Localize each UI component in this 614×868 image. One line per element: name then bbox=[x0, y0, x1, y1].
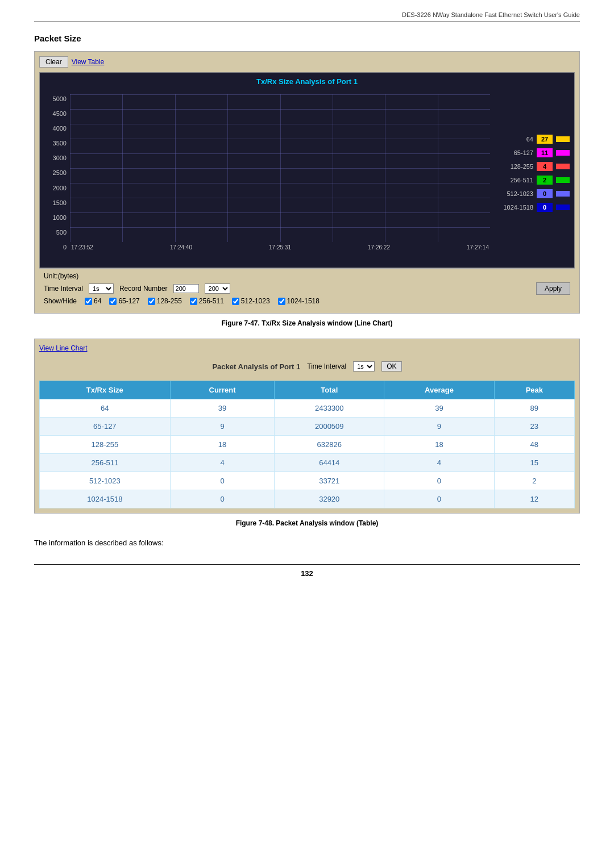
table-header-row: Tx/Rx Size Current Total Average Peak bbox=[40, 381, 575, 399]
table-cell-average: 39 bbox=[384, 399, 494, 418]
show-hide-label: Show/Hide bbox=[44, 297, 77, 305]
checkbox-512-1023[interactable]: 512-1023 bbox=[232, 297, 270, 305]
legend-value: 2 bbox=[537, 176, 553, 185]
x-label: 17:23:52 bbox=[71, 244, 93, 251]
legend-value: 0 bbox=[537, 189, 553, 198]
table-cell-total: 2000509 bbox=[275, 418, 384, 436]
y-label: 2000 bbox=[53, 185, 67, 191]
table-cell-average: 0 bbox=[384, 472, 494, 490]
table-cell-peak: 48 bbox=[494, 436, 574, 454]
col-header-peak: Peak bbox=[494, 381, 574, 399]
y-label: 1000 bbox=[53, 214, 67, 221]
y-label: 4000 bbox=[53, 125, 67, 132]
table-row: 643924333003989 bbox=[40, 399, 575, 418]
table-cell-size: 512-1023 bbox=[40, 472, 171, 490]
y-label: 500 bbox=[56, 229, 67, 236]
legend-color-bar bbox=[556, 177, 570, 183]
x-label: 17:25:31 bbox=[269, 244, 291, 251]
chart-legend: 64 27 65-127 11 128-255 4 256-511 2 bbox=[490, 78, 570, 251]
table-cell-current: 39 bbox=[170, 399, 275, 418]
time-interval-label: Time Interval bbox=[307, 362, 346, 370]
col-header-current: Current bbox=[170, 381, 275, 399]
legend-color-bar bbox=[556, 205, 570, 210]
x-label: 17:27:14 bbox=[467, 244, 489, 251]
table-cell-total: 64414 bbox=[275, 454, 384, 472]
controls-row: Time Interval 1s 5s 10s Record Number 20… bbox=[44, 282, 570, 295]
y-label: 5000 bbox=[53, 95, 67, 102]
table-cell-current: 18 bbox=[170, 436, 275, 454]
y-label: 2500 bbox=[53, 169, 67, 176]
table-cell-size: 1024-1518 bbox=[40, 490, 171, 508]
legend-value: 11 bbox=[537, 148, 553, 157]
record-number-label: Record Number bbox=[119, 285, 168, 293]
table-time-interval-select[interactable]: 1s 5s bbox=[353, 361, 375, 372]
table-panel-header: Packet Analysis of Port 1 Time Interval … bbox=[39, 357, 575, 374]
header-title: DES-3226 NWay Standalone Fast Ethernet S… bbox=[402, 11, 580, 18]
bottom-text: The information is described as follows: bbox=[34, 539, 580, 547]
checkbox-1024-1518[interactable]: 1024-1518 bbox=[278, 297, 320, 305]
checkbox-65-127[interactable]: 65-127 bbox=[109, 297, 139, 305]
clear-button[interactable]: Clear bbox=[39, 56, 68, 68]
x-label: 17:26:22 bbox=[368, 244, 390, 251]
col-header-total: Total bbox=[275, 381, 384, 399]
table-panel: View Line Chart Packet Analysis of Port … bbox=[34, 339, 580, 514]
y-label: 0 bbox=[63, 244, 67, 251]
time-interval-select[interactable]: 1s 5s 10s bbox=[89, 283, 114, 294]
legend-color-bar bbox=[556, 136, 570, 142]
legend-value: 0 bbox=[537, 203, 553, 212]
legend-value: 4 bbox=[537, 162, 553, 171]
table-cell-current: 0 bbox=[170, 490, 275, 508]
record-number-select[interactable]: 200 100 bbox=[205, 283, 230, 294]
time-interval-label: Time Interval bbox=[44, 285, 83, 293]
legend-label: 65-127 bbox=[499, 149, 533, 156]
show-hide-row: Show/Hide 64 65-127 128-255 256-511 512-… bbox=[44, 297, 570, 305]
table-cell-peak: 23 bbox=[494, 418, 574, 436]
view-table-link[interactable]: View Table bbox=[72, 58, 105, 66]
table-cell-total: 33721 bbox=[275, 472, 384, 490]
table-row: 1024-1518032920012 bbox=[40, 490, 575, 508]
unit-label: Unit:(bytes) bbox=[44, 272, 570, 280]
checkbox-128-255[interactable]: 128-255 bbox=[148, 297, 182, 305]
table-row: 65-12792000509923 bbox=[40, 418, 575, 436]
chart-title: Tx/Rx Size Analysis of Port 1 bbox=[40, 77, 574, 86]
table-row: 512-102303372102 bbox=[40, 472, 575, 490]
legend-label: 128-255 bbox=[499, 163, 533, 170]
table-cell-peak: 12 bbox=[494, 490, 574, 508]
packet-analysis-table: Tx/Rx Size Current Total Average Peak 64… bbox=[39, 381, 575, 508]
legend-color-bar bbox=[556, 150, 570, 156]
view-line-chart-link[interactable]: View Line Chart bbox=[39, 344, 88, 352]
table-cell-size: 65-127 bbox=[40, 418, 171, 436]
record-number-input[interactable] bbox=[173, 284, 199, 293]
y-label: 3500 bbox=[53, 140, 67, 147]
y-axis: 5000 4500 4000 3500 3000 2500 2000 1500 … bbox=[44, 78, 70, 251]
legend-color-bar bbox=[556, 164, 570, 169]
chart-toolbar: Clear View Table bbox=[39, 56, 575, 68]
table-cell-average: 0 bbox=[384, 490, 494, 508]
chart-area: Tx/Rx Size Analysis of Port 1 5000 4500 … bbox=[39, 72, 575, 268]
legend-item-64: 64 27 bbox=[499, 135, 570, 144]
page-footer: 132 bbox=[34, 564, 580, 578]
legend-label: 512-1023 bbox=[499, 190, 533, 197]
table-cell-average: 9 bbox=[384, 418, 494, 436]
x-axis-labels: 17:23:52 17:24:40 17:25:31 17:26:22 17:2… bbox=[70, 244, 490, 251]
figure2-caption: Figure 7-48. Packet Analysis window (Tab… bbox=[34, 519, 580, 527]
page-number: 132 bbox=[301, 569, 313, 578]
figure1-caption: Figure 7-47. Tx/Rx Size Analysis window … bbox=[34, 319, 580, 327]
legend-item-128-255: 128-255 4 bbox=[499, 162, 570, 171]
ok-button[interactable]: OK bbox=[381, 361, 401, 372]
checkbox-256-511[interactable]: 256-511 bbox=[190, 297, 224, 305]
table-title: Packet Analysis of Port 1 bbox=[212, 362, 300, 371]
legend-label: 64 bbox=[499, 136, 533, 143]
grid-lines bbox=[70, 94, 490, 242]
table-cell-total: 32920 bbox=[275, 490, 384, 508]
legend-value: 27 bbox=[537, 135, 553, 144]
checkbox-64[interactable]: 64 bbox=[85, 297, 101, 305]
section-title: Packet Size bbox=[34, 34, 580, 43]
table-cell-average: 4 bbox=[384, 454, 494, 472]
legend-item-512-1023: 512-1023 0 bbox=[499, 189, 570, 198]
y-label: 4500 bbox=[53, 110, 67, 117]
table-cell-peak: 15 bbox=[494, 454, 574, 472]
legend-label: 1024-1518 bbox=[499, 204, 533, 211]
apply-button[interactable]: Apply bbox=[536, 282, 570, 295]
legend-color-bar bbox=[556, 191, 570, 197]
